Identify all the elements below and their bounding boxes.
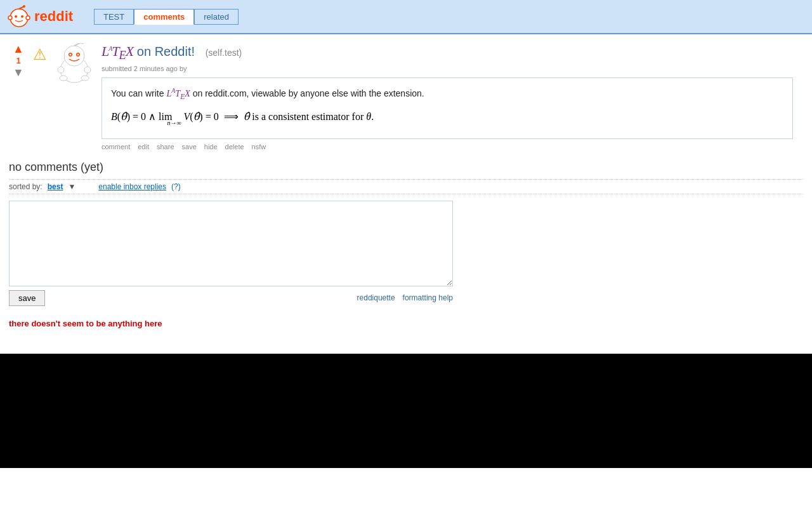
post-meta: submitted 2 minutes ago by [102,65,803,72]
main-content: ▲ 1 ▼ ⚠ [0,34,812,335]
sort-best-link[interactable]: best [48,182,63,191]
svg-point-0 [10,9,28,27]
comment-textarea[interactable] [9,201,453,286]
sorted-by-label: sorted by: [9,182,43,191]
action-nsfw[interactable]: nsfw [252,143,266,150]
svg-point-5 [8,16,12,20]
svg-point-19 [81,76,89,81]
action-hide[interactable]: hide [204,143,218,150]
header: reddit TEST comments related [0,0,812,34]
action-comment[interactable]: comment [102,143,130,150]
svg-point-4 [23,5,25,8]
tab-comments[interactable]: comments [134,9,194,25]
reddiquette-link[interactable]: reddiquette [357,293,395,302]
logo-area: reddit [6,4,85,29]
downvote-button[interactable]: ▼ [13,67,24,78]
post-body-text: You can write LATEX on reddit.com, viewa… [111,86,783,103]
vote-count: 1 [16,56,20,65]
action-share[interactable]: share [157,143,174,150]
comments-section: no comments (yet) sorted by: best ▼ enab… [9,161,803,328]
post-title-rest: on Reddit! [137,44,195,58]
svg-point-1 [15,15,17,18]
post-content: LATEX on Reddit! (self.test) submitted 2… [102,43,803,150]
action-edit[interactable]: edit [138,143,149,150]
svg-point-17 [84,67,91,73]
svg-text:reddit: reddit [34,8,74,24]
svg-point-16 [58,67,64,73]
svg-point-9 [64,46,84,66]
svg-point-12 [70,54,72,56]
reddit-text-logo: reddit [34,7,85,26]
tab-related[interactable]: related [194,9,239,25]
comment-links: reddiquette formatting help [357,293,453,302]
tab-bar: TEST comments related [94,9,239,25]
inbox-help-link[interactable]: (?) [171,182,181,191]
action-save[interactable]: save [182,143,197,150]
post-self-tag: (self.test) [206,48,242,58]
upvote-button[interactable]: ▲ [13,43,24,55]
tab-test[interactable]: TEST [94,9,134,25]
latex-inline: LATEX [166,89,190,98]
svg-point-6 [26,16,30,20]
reddit-logo-icon[interactable] [6,4,32,29]
formatting-help-link[interactable]: formatting help [403,293,453,302]
action-delete[interactable]: delete [225,143,244,150]
svg-point-18 [60,76,67,81]
warning-icon: ⚠ [33,46,47,64]
comment-area: save reddiquette formatting help [9,201,803,306]
post-title: LATEX on Reddit! (self.test) [102,43,803,62]
post-container: ▲ 1 ▼ ⚠ [9,43,803,150]
inbox-replies-link[interactable]: enable inbox replies [98,182,166,191]
no-comments-label: no comments (yet) [9,161,803,174]
post-actions: comment edit share save hide delete nsfw [102,143,803,150]
sort-bar: sorted by: best ▼ enable inbox replies (… [9,179,803,194]
svg-point-13 [77,54,79,56]
latex-brand: LATEX [102,43,133,59]
svg-point-15 [81,43,84,44]
math-block: B(θ̂) = 0 ∧ limn→∞ V(θ̂) = 0 ⟹ θ̂ is a c… [111,109,783,126]
sort-dropdown[interactable]: ▼ [68,182,75,191]
vote-area: ▲ 1 ▼ [9,43,28,78]
save-comment-button[interactable]: save [9,290,45,306]
snoo-avatar [52,43,96,88]
comment-toolbar: save reddiquette formatting help [9,290,453,306]
svg-point-2 [21,15,23,18]
error-text: there doesn't seem to be anything here [9,319,803,328]
post-body: You can write LATEX on reddit.com, viewa… [102,77,793,138]
footer [0,354,812,468]
